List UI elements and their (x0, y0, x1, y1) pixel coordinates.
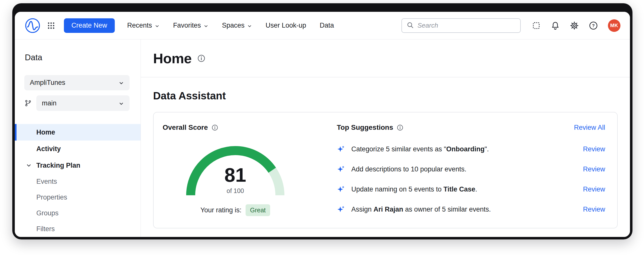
info-icon[interactable] (397, 124, 403, 131)
review-link[interactable]: Review (583, 145, 605, 153)
create-new-button[interactable]: Create New (64, 18, 115, 33)
main-content: Data Assistant Overall Score (141, 77, 630, 228)
info-icon[interactable] (197, 54, 205, 62)
chevron-down-icon (247, 23, 252, 29)
notifications-bell-icon[interactable] (551, 21, 560, 30)
overall-score-section: Overall Score (163, 123, 308, 217)
app-content: Create New Recents Favorites (15, 12, 630, 237)
review-link[interactable]: Review (583, 185, 605, 193)
suggestion-text: Update naming on 5 events to Title Case. (351, 185, 576, 193)
sparkle-icon (337, 165, 345, 173)
dashed-square-icon[interactable] (532, 21, 541, 30)
sidebar-item-label: Events (36, 178, 57, 185)
suggestion-row: Assign Ari Rajan as owner of 5 similar e… (337, 204, 605, 215)
data-assistant-card: Overall Score (153, 112, 618, 228)
search-icon (406, 21, 414, 30)
sidebar-item-tracking-plan[interactable]: Tracking Plan (15, 157, 141, 174)
project-selector[interactable]: AmpliTunes (24, 75, 130, 90)
git-branch-icon (24, 99, 32, 107)
score-gauge: 81 of 100 (185, 144, 285, 197)
suggestion-list: Categorize 5 similar events as "Onboardi… (337, 144, 605, 215)
settings-gear-icon[interactable] (570, 21, 579, 30)
main-area: Home Data Assistant (141, 39, 630, 237)
top-navigation: Create New Recents Favorites (15, 12, 630, 39)
suggestion-text: Assign Ari Rajan as owner of 5 similar e… (351, 206, 576, 213)
sidebar: Data AmpliTunes (15, 39, 141, 237)
nav-item-favorites[interactable]: Favorites (173, 22, 208, 29)
app-window: Create New Recents Favorites (12, 3, 632, 239)
page-title: Home (153, 50, 192, 67)
sidebar-item-label: Home (36, 129, 55, 136)
svg-text:?: ? (592, 23, 595, 28)
rating-label: Your rating is: (200, 206, 242, 214)
nav-label: Spaces (222, 22, 245, 29)
sidebar-item-label: Activity (36, 145, 61, 153)
overall-score-title: Overall Score (163, 123, 208, 132)
suggestion-text: Add descriptions to 10 popular events. (351, 165, 576, 173)
score-number: 81 (185, 165, 285, 185)
section-title: Data Assistant (153, 90, 618, 102)
chevron-down-icon (119, 100, 124, 106)
sparkle-icon (337, 185, 345, 193)
search-input[interactable] (417, 22, 516, 29)
branch-row: main (24, 95, 130, 111)
rating-badge: Great (246, 204, 270, 216)
nav-item-user-lookup[interactable]: User Look-up (266, 22, 306, 29)
page-header: Home (141, 39, 630, 77)
review-all-link[interactable]: Review All (574, 124, 605, 132)
apps-grid-icon[interactable] (47, 21, 55, 30)
review-link[interactable]: Review (583, 206, 605, 213)
suggestion-row: Update naming on 5 events to Title Case.… (337, 184, 605, 195)
nav-label: Favorites (173, 22, 201, 29)
suggestion-text: Categorize 5 similar events as "Onboardi… (351, 145, 576, 153)
topbar-actions: ? MK (532, 19, 620, 32)
suggestion-row: Add descriptions to 10 popular events. R… (337, 164, 605, 175)
amplitude-logo[interactable] (25, 18, 40, 33)
score-denominator: of 100 (185, 187, 285, 195)
user-avatar[interactable]: MK (608, 19, 620, 32)
branch-selector[interactable]: main (36, 95, 130, 111)
nav-item-spaces[interactable]: Spaces (222, 22, 252, 29)
sidebar-item-properties[interactable]: Properties (15, 189, 141, 205)
nav-item-data[interactable]: Data (320, 22, 334, 29)
top-suggestions-section: Top Suggestions (337, 123, 605, 217)
sidebar-title: Data (15, 52, 141, 62)
help-icon[interactable]: ? (589, 21, 598, 30)
sparkle-icon (337, 205, 345, 213)
sidebar-item-events[interactable]: Events (15, 174, 141, 189)
sidebar-item-label: Groups (36, 209, 59, 217)
sparkle-icon (337, 145, 345, 153)
review-link[interactable]: Review (583, 165, 605, 173)
sidebar-nav: Home Activity Tracking Plan Event (15, 124, 141, 237)
chevron-down-icon[interactable] (26, 162, 32, 168)
sidebar-item-activity[interactable]: Activity (15, 141, 141, 157)
nav-label: Data (320, 22, 334, 29)
nav-label: User Look-up (266, 22, 306, 29)
nav-label: Recents (127, 22, 152, 29)
rating-row: Your rating is: Great (163, 204, 308, 216)
page-background: Create New Recents Favorites (0, 0, 644, 255)
search-box[interactable] (401, 18, 521, 33)
suggestion-row: Categorize 5 similar events as "Onboardi… (337, 144, 605, 155)
sidebar-item-label: Tracking Plan (36, 162, 80, 169)
suggestions-header: Top Suggestions (337, 123, 605, 132)
sidebar-item-filters[interactable]: Filters (15, 221, 141, 237)
nav-item-recents[interactable]: Recents (127, 22, 160, 29)
primary-nav: Recents Favorites Spaces (127, 22, 334, 29)
chevron-down-icon (155, 23, 160, 29)
branch-selector-value: main (42, 99, 57, 107)
chevron-down-icon (119, 80, 124, 86)
body-row: Data AmpliTunes (15, 39, 630, 237)
project-selector-value: AmpliTunes (30, 79, 65, 87)
info-icon[interactable] (211, 124, 218, 131)
sidebar-item-home[interactable]: Home (15, 124, 141, 141)
chevron-down-icon (203, 23, 208, 29)
sidebar-item-label: Properties (36, 194, 67, 201)
suggestions-title: Top Suggestions (337, 123, 393, 132)
sidebar-item-groups[interactable]: Groups (15, 205, 141, 221)
sidebar-item-label: Filters (36, 225, 55, 233)
